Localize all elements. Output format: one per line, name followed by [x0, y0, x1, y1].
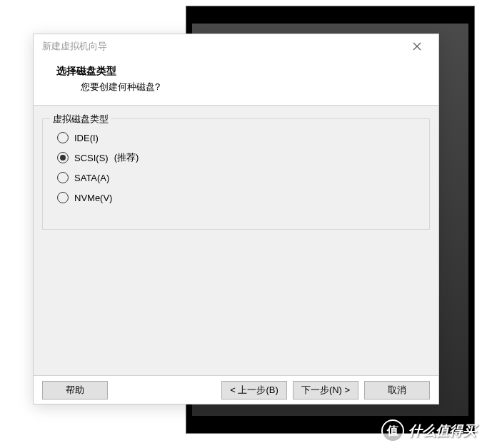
dialog-footer: 帮助 < 上一步(B) 下一步(N) > 取消 — [34, 375, 438, 404]
radio-option-2[interactable]: SATA(A) — [53, 168, 419, 188]
radio-option-1[interactable]: SCSI(S) (推荐) — [53, 148, 419, 168]
help-button[interactable]: 帮助 — [42, 381, 108, 399]
radio-label: SCSI(S) — [74, 153, 109, 163]
dialog-body: 虚拟磁盘类型 IDE(I) SCSI(S) (推荐) SATA(A) NVMe(… — [34, 106, 438, 375]
disk-type-group: 虚拟磁盘类型 IDE(I) SCSI(S) (推荐) SATA(A) NVMe(… — [42, 118, 430, 230]
radio-indicator — [57, 132, 69, 143]
dialog-header: 选择磁盘类型 您要创建何种磁盘? — [34, 58, 438, 106]
close-icon — [413, 42, 421, 51]
back-button[interactable]: < 上一步(B) — [221, 381, 287, 399]
radio-option-3[interactable]: NVMe(V) — [53, 188, 419, 208]
radio-indicator — [57, 172, 69, 183]
cancel-button[interactable]: 取消 — [364, 381, 430, 399]
radio-extra-label: (推荐) — [114, 151, 139, 164]
watermark-text: 什么值得买 — [408, 422, 476, 440]
watermark-badge: 值 — [381, 419, 404, 442]
watermark: 值 什么值得买 — [381, 419, 476, 442]
dialog-title: 新建虚拟机向导 — [42, 40, 107, 53]
radio-label: NVMe(V) — [74, 193, 112, 203]
radio-label: IDE(I) — [74, 133, 99, 143]
group-legend: 虚拟磁盘类型 — [50, 113, 111, 126]
titlebar: 新建虚拟机向导 — [34, 34, 438, 58]
radio-option-0[interactable]: IDE(I) — [53, 128, 419, 148]
header-subtitle: 您要创建何种磁盘? — [56, 81, 424, 93]
radio-options-container: IDE(I) SCSI(S) (推荐) SATA(A) NVMe(V) — [53, 128, 419, 208]
close-button[interactable] — [403, 36, 431, 56]
radio-label: SATA(A) — [74, 173, 109, 183]
radio-indicator — [57, 152, 69, 163]
header-title: 选择磁盘类型 — [56, 65, 424, 78]
radio-indicator — [57, 192, 69, 203]
wizard-dialog: 新建虚拟机向导 选择磁盘类型 您要创建何种磁盘? 虚拟磁盘类型 IDE(I) S… — [33, 34, 439, 404]
next-button[interactable]: 下一步(N) > — [293, 381, 358, 399]
